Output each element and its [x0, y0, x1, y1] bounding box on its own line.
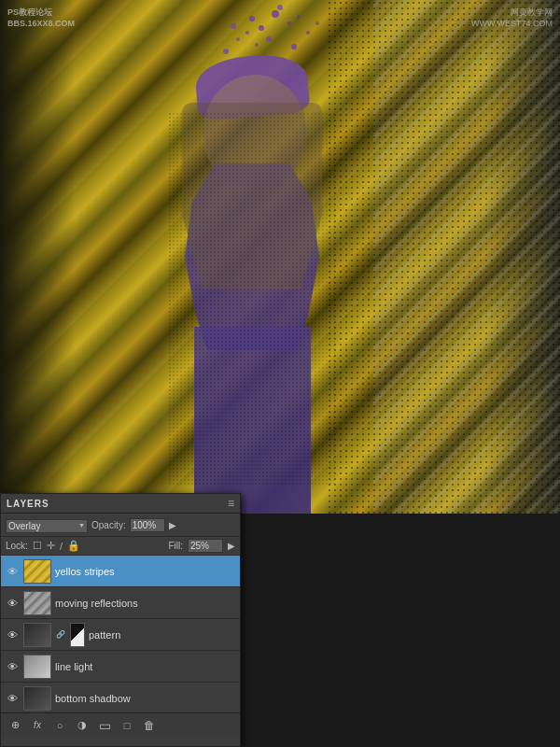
svg-point-14 — [223, 49, 229, 54]
panel-toolbar: ⊕ fx ○ ◑ ▭ □ 🗑 — [1, 712, 240, 737]
layer-item[interactable]: 👁🔗pattern — [1, 619, 240, 651]
lock-label: Lock: — [6, 541, 28, 551]
mask-icon[interactable]: ○ — [50, 717, 69, 734]
lock-check-icon[interactable]: ☐ — [33, 540, 42, 552]
lock-all-icon[interactable]: 🔒 — [67, 540, 80, 552]
layer-visibility-icon[interactable]: 👁 — [5, 627, 20, 642]
layer-visibility-icon[interactable]: 👁 — [5, 691, 20, 706]
opacity-input[interactable] — [130, 518, 165, 532]
panel-header: LAYERS ≡ — [1, 494, 240, 514]
layer-thumbnail — [23, 686, 51, 711]
layer-name-label: yellos stripes — [55, 566, 236, 577]
layer-mask-thumbnail — [70, 623, 85, 647]
group-icon[interactable]: ▭ — [95, 717, 114, 734]
figure — [131, 19, 429, 514]
lock-move-icon[interactable]: ✛ — [47, 540, 55, 552]
layer-name-label: bottom shadbow — [55, 693, 236, 704]
fx-icon[interactable]: fx — [28, 717, 47, 734]
svg-point-3 — [249, 16, 255, 21]
blend-mode-wrapper[interactable]: Overlay Normal Multiply Screen — [6, 516, 88, 533]
lock-row: Lock: ☐ ✛ / 🔒 Fill: ▶ — [1, 537, 240, 556]
svg-point-7 — [266, 36, 272, 42]
layer-item[interactable]: 👁bottom shadbow — [1, 683, 240, 712]
layer-name-label: moving reflections — [55, 598, 236, 609]
fill-input[interactable] — [188, 539, 223, 553]
opacity-label: Opacity: — [91, 520, 126, 530]
layers-list[interactable]: 👁yellos stripes👁moving reflections👁🔗patt… — [1, 556, 240, 712]
svg-point-2 — [287, 21, 291, 25]
svg-point-13 — [315, 21, 319, 25]
layer-visibility-icon[interactable]: 👁 — [5, 659, 20, 674]
layer-thumbnail — [23, 559, 51, 584]
fill-arrow[interactable]: ▶ — [228, 541, 235, 551]
watermark-tl: PS教程论坛 BBS.16XX8.COM — [7, 7, 75, 29]
fill-label: Fill: — [168, 541, 183, 551]
svg-point-8 — [255, 43, 259, 47]
layer-visibility-icon[interactable]: 👁 — [5, 564, 20, 579]
svg-point-1 — [272, 10, 279, 18]
lock-paint-icon[interactable]: / — [60, 541, 63, 552]
delete-layer-icon[interactable]: 🗑 — [140, 717, 159, 734]
layer-thumbnail — [23, 655, 51, 679]
opacity-arrow[interactable]: ▶ — [169, 520, 176, 530]
svg-point-5 — [277, 5, 283, 10]
layer-thumbnail — [23, 623, 51, 647]
svg-point-0 — [259, 25, 264, 31]
svg-point-4 — [245, 31, 249, 35]
panel-menu-icon[interactable]: ≡ — [228, 497, 234, 510]
svg-point-10 — [306, 31, 310, 35]
layer-thumbnail — [23, 591, 51, 615]
layer-item[interactable]: 👁yellos stripes — [1, 556, 240, 587]
layer-visibility-icon[interactable]: 👁 — [5, 596, 20, 611]
svg-point-12 — [236, 37, 240, 41]
figure-grunge — [168, 112, 336, 486]
svg-point-9 — [231, 23, 236, 29]
layer-chain-icon: 🔗 — [56, 630, 65, 639]
layers-panel: LAYERS ≡ Overlay Normal Multiply Screen … — [0, 493, 241, 747]
new-layer-icon[interactable]: □ — [118, 717, 136, 734]
bg-dark-left — [0, 0, 75, 514]
blend-mode-select[interactable]: Overlay Normal Multiply Screen — [6, 519, 88, 533]
link-layers-icon[interactable]: ⊕ — [6, 717, 24, 734]
canvas-area: PS教程论坛 BBS.16XX8.COM 网页教学网 WWW.WEST74.CO… — [0, 0, 560, 514]
panel-title: LAYERS — [7, 499, 49, 509]
svg-point-11 — [291, 44, 297, 49]
svg-point-6 — [297, 15, 301, 19]
layer-name-label: pattern — [89, 629, 236, 641]
layer-name-label: line light — [55, 661, 236, 672]
adjustment-icon[interactable]: ◑ — [73, 717, 91, 734]
watermark-tr: 网页教学网 WWW.WEST74.COM — [471, 7, 553, 29]
layer-item[interactable]: 👁line light — [1, 651, 240, 683]
layer-item[interactable]: 👁moving reflections — [1, 587, 240, 619]
blend-mode-row: Overlay Normal Multiply Screen Opacity: … — [1, 514, 240, 537]
